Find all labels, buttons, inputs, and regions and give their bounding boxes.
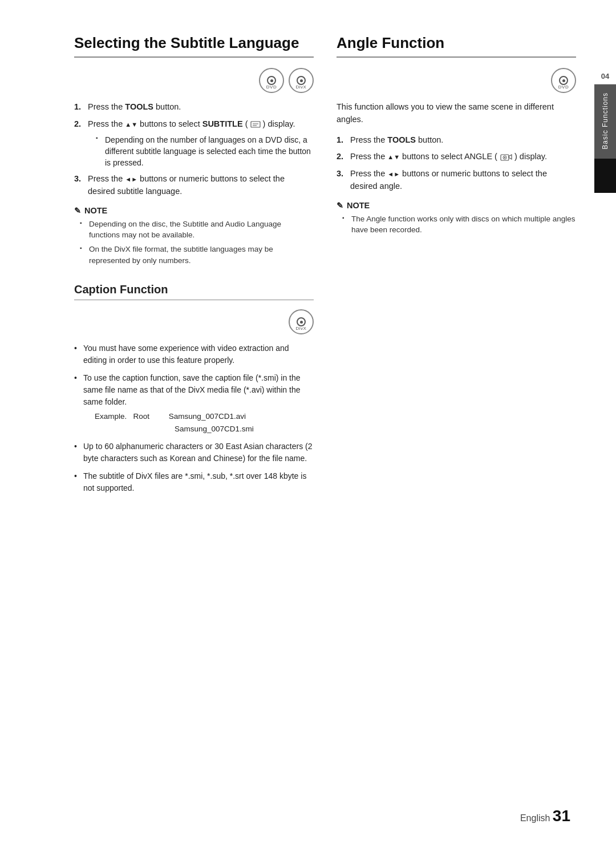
subtitle-step-2: 2. Press the ▲▼ buttons to select SUBTIT… <box>74 118 314 169</box>
caption-bullet-4: The subtitle of DivX files are *.smi, *.… <box>74 470 314 494</box>
angle-icon-area: DVD <box>337 68 576 93</box>
divx-icon: DivX <box>289 68 314 93</box>
angle-step-2: 2. Press the ▲▼ buttons to select ANGLE … <box>337 151 576 163</box>
caption-section: Caption Function DivX You must have some… <box>74 283 314 494</box>
side-tab-accent <box>594 159 616 193</box>
subtitle-section-title: Selecting the Subtitle Language <box>74 34 314 58</box>
caption-example: Example. Root Samsung_007CD1.avi Samsung… <box>83 410 314 435</box>
two-column-layout: Selecting the Subtitle Language DVD DivX <box>74 34 576 500</box>
angle-intro: This function allows you to view the sam… <box>337 101 576 126</box>
page-number-area: English 31 <box>520 807 570 825</box>
angle-section-title: Angle Function <box>337 34 576 58</box>
angle-step-1: 1. Press the TOOLS button. <box>337 134 576 147</box>
chapter-title: Basic Functions <box>601 84 609 158</box>
caption-section-title: Caption Function <box>74 283 314 300</box>
svg-rect-0 <box>251 122 260 127</box>
side-tab: 04 Basic Functions <box>594 68 616 193</box>
example-file2: Samsung_007CD1.smi <box>95 425 254 433</box>
subtitle-note-list: Depending on the disc, the Subtitle and … <box>74 219 314 266</box>
angle-note-pencil-icon: ✎ <box>337 201 343 210</box>
angle-dvd-icon: DVD <box>551 68 576 93</box>
subtitle-step-3: 3. Press the ◄► buttons or numeric butto… <box>74 173 314 198</box>
caption-bullet-3: Up to 60 alphanumeric characters or 30 E… <box>74 441 314 465</box>
caption-bullet-list: You must have some experience with video… <box>74 342 314 494</box>
page-num: 31 <box>553 807 570 825</box>
angle-note: ✎ NOTE The Angle function works only wit… <box>337 201 576 236</box>
subtitle-note-title: ✎ NOTE <box>74 206 314 215</box>
example-label: Example. <box>95 412 127 421</box>
subtitle-note-item-1: Depending on the disc, the Subtitle and … <box>80 219 314 241</box>
right-column: Angle Function DVD This function allows … <box>337 34 576 500</box>
caption-icon-area: DivX <box>74 309 314 334</box>
page-language: English <box>520 813 550 823</box>
note-pencil-icon: ✎ <box>74 206 81 215</box>
subtitle-sub-bullets: Depending on the number of languages on … <box>88 134 314 169</box>
svg-point-6 <box>504 157 505 158</box>
angle-camera-icon <box>500 152 512 161</box>
subtitle-sub-bullet-1: Depending on the number of languages on … <box>96 134 314 169</box>
subtitle-note-item-2: On the DivX file format, the subtitle la… <box>80 244 314 266</box>
angle-note-title: ✎ NOTE <box>337 201 576 210</box>
subtitle-steps: 1. Press the TOOLS button. 2. Press the … <box>74 101 314 198</box>
subtitle-symbol-icon <box>250 121 261 128</box>
example-file1: Samsung_007CD1.avi <box>169 412 246 421</box>
svg-marker-4 <box>509 155 512 159</box>
chapter-number: 04 <box>594 68 616 84</box>
subtitle-note: ✎ NOTE Depending on the disc, the Subtit… <box>74 206 314 266</box>
caption-bullet-2: To use the caption function, save the ca… <box>74 372 314 435</box>
example-root: Root <box>133 412 150 421</box>
caption-divx-icon: DivX <box>289 309 314 334</box>
page-container: 04 Basic Functions Selecting the Subtitl… <box>0 0 616 848</box>
dvd-icon: DVD <box>259 68 284 93</box>
caption-bullet-1: You must have some experience with video… <box>74 342 314 366</box>
subtitle-step-1: 1. Press the TOOLS button. <box>74 101 314 114</box>
angle-note-item-1: The Angle function works only with discs… <box>342 213 576 236</box>
angle-steps: 1. Press the TOOLS button. 2. Press the … <box>337 134 576 193</box>
left-column: Selecting the Subtitle Language DVD DivX <box>74 34 314 500</box>
angle-step-3: 3. Press the ◄► buttons or numeric butto… <box>337 168 576 193</box>
angle-note-list: The Angle function works only with discs… <box>337 213 576 236</box>
subtitle-icons: DVD DivX <box>74 68 314 93</box>
